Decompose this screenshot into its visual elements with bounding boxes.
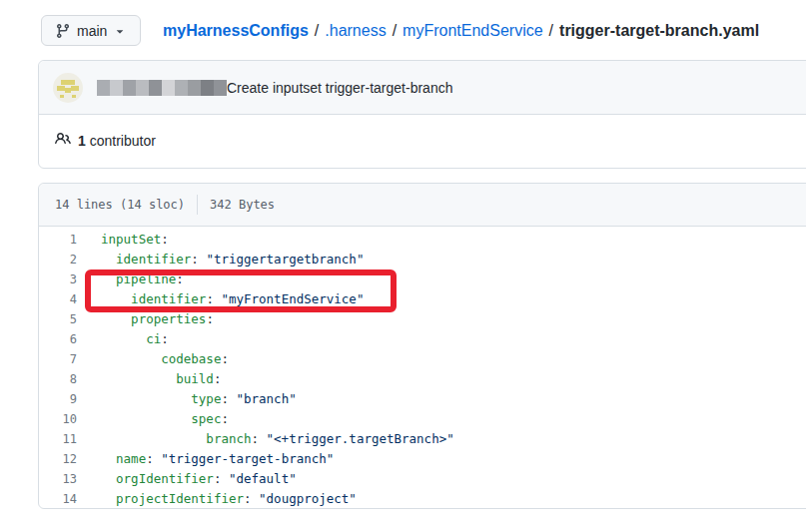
redacted-block — [123, 80, 136, 96]
code-text: type: "branch" — [77, 389, 297, 409]
meta-divider — [197, 195, 198, 215]
breadcrumb-separator: / — [315, 20, 319, 42]
breadcrumb-filename: trigger-target-branch.yaml — [559, 20, 759, 42]
code-line: 4 identifier: "myFrontEndService" — [39, 289, 806, 309]
code-text: branch: "<+trigger.targetBranch>" — [77, 429, 454, 449]
breadcrumb-dir-service-link[interactable]: myFrontEndService — [403, 20, 543, 42]
file-content-card: 14 lines (14 sloc) 342 Bytes 1inputSet:2… — [38, 183, 806, 509]
redacted-block — [136, 80, 149, 96]
code-line: 3 pipeline: — [39, 269, 806, 289]
code-line: 10 spec: — [39, 409, 806, 429]
code-area: 1inputSet:2 identifier: "triggertargetbr… — [39, 227, 806, 509]
redacted-block — [175, 80, 188, 96]
branch-name: main — [77, 23, 107, 39]
code-text: ci: — [77, 329, 169, 349]
breadcrumb-dir-harness-link[interactable]: .harness — [325, 20, 386, 42]
code-text: projectIdentifier: "dougproject" — [77, 489, 357, 509]
line-number[interactable]: 4 — [39, 289, 77, 309]
file-meta-header: 14 lines (14 sloc) 342 Bytes — [39, 184, 806, 227]
redacted-block — [188, 80, 201, 96]
contributor-count: 1 — [78, 133, 86, 149]
contributors-link[interactable]: 1 contributor — [78, 133, 156, 149]
code-line: 14 projectIdentifier: "dougproject" — [39, 489, 806, 509]
line-number[interactable]: 11 — [39, 429, 77, 449]
code-line: 11 branch: "<+trigger.targetBranch>" — [39, 429, 806, 449]
code-line: 5 properties: — [39, 309, 806, 329]
line-number[interactable]: 8 — [39, 369, 77, 389]
breadcrumb-separator: / — [393, 20, 397, 42]
commit-message-link[interactable]: Create inputset trigger-target-branch — [227, 80, 452, 96]
chevron-down-icon — [113, 24, 127, 38]
redacted-block — [149, 80, 162, 96]
file-size-info: 342 Bytes — [210, 198, 275, 212]
breadcrumb: myHarnessConfigs / .harness / myFrontEnd… — [163, 20, 759, 42]
code-line: 13 orgIdentifier: "default" — [39, 469, 806, 489]
breadcrumb-separator: / — [549, 20, 553, 42]
branch-selector-button[interactable]: main — [41, 15, 141, 46]
code-text: spec: — [77, 409, 229, 429]
redacted-username — [97, 80, 227, 96]
line-number[interactable]: 13 — [39, 469, 77, 489]
latest-commit-card: Create inputset trigger-target-branch 1 … — [38, 60, 806, 169]
code-line: 9 type: "branch" — [39, 389, 806, 409]
code-line: 8 build: — [39, 369, 806, 389]
code-text: codebase: — [77, 349, 229, 369]
code-text: identifier: "myFrontEndService" — [77, 289, 364, 309]
avatar[interactable] — [53, 73, 83, 103]
code-text: orgIdentifier: "default" — [77, 469, 297, 489]
line-number[interactable]: 5 — [39, 309, 77, 329]
line-number[interactable]: 7 — [39, 349, 77, 369]
line-number[interactable]: 14 — [39, 489, 77, 509]
github-file-page: main myHarnessConfigs / .harness / myFro… — [0, 0, 806, 532]
code-line: 6 ci: — [39, 329, 806, 349]
line-number[interactable]: 3 — [39, 269, 77, 289]
redacted-block — [97, 80, 110, 96]
redacted-block — [214, 80, 227, 96]
code-text: properties: — [77, 309, 214, 329]
code-line: 2 identifier: "triggertargetbranch" — [39, 250, 806, 269]
code-text: identifier: "triggertargetbranch" — [77, 250, 364, 269]
line-number[interactable]: 12 — [39, 449, 77, 469]
line-number[interactable]: 10 — [39, 409, 77, 429]
line-number[interactable]: 6 — [39, 329, 77, 349]
redacted-block — [201, 80, 214, 96]
code-text: build: — [77, 369, 221, 389]
code-line: 12 name: "trigger-target-branch" — [39, 449, 806, 469]
line-number[interactable]: 9 — [39, 389, 77, 409]
code-text: name: "trigger-target-branch" — [77, 449, 334, 469]
redacted-block — [162, 80, 175, 96]
commit-header: Create inputset trigger-target-branch — [39, 61, 806, 115]
code-text: inputSet: — [77, 230, 169, 250]
contributor-label: contributor — [90, 133, 156, 149]
code-text: pipeline: — [77, 269, 184, 289]
git-branch-icon — [55, 23, 71, 39]
line-number[interactable]: 2 — [39, 250, 77, 269]
code-lines: 1inputSet:2 identifier: "triggertargetbr… — [39, 230, 806, 509]
file-lines-info: 14 lines (14 sloc) — [55, 198, 185, 212]
contributors-row: 1 contributor — [39, 115, 806, 167]
redacted-block — [110, 80, 123, 96]
breadcrumb-repo-link[interactable]: myHarnessConfigs — [163, 20, 309, 42]
line-number[interactable]: 1 — [39, 230, 77, 250]
people-icon — [55, 131, 71, 151]
code-line: 1inputSet: — [39, 230, 806, 250]
code-line: 7 codebase: — [39, 349, 806, 369]
